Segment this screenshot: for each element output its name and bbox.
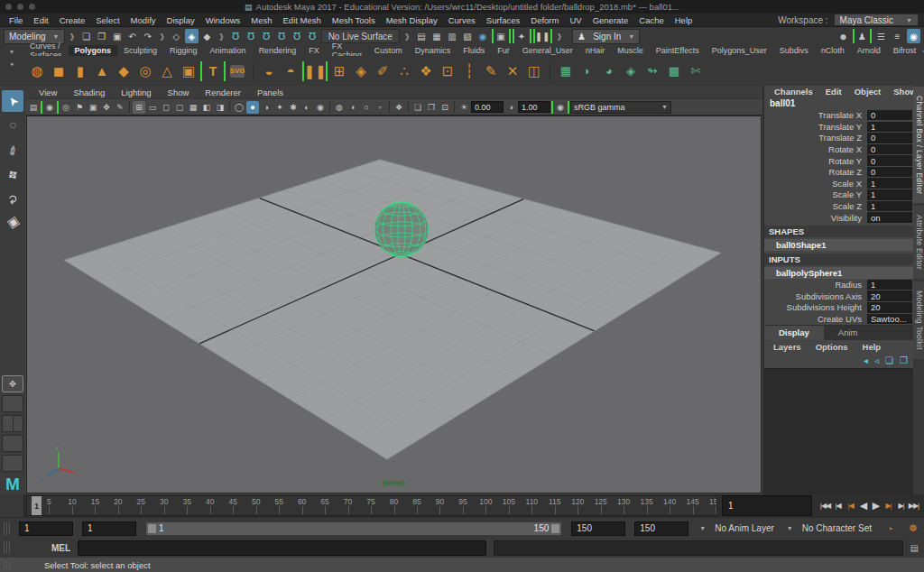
- poly-sphere-icon[interactable]: ◍: [27, 61, 47, 81]
- frame-tick-65[interactable]: 65: [303, 496, 326, 515]
- zoom-window-button[interactable]: [29, 4, 35, 10]
- frame-tick-150[interactable]: 150: [694, 496, 716, 515]
- menu-cache[interactable]: Cache: [633, 15, 669, 25]
- combine-icon[interactable]: ❚❚: [302, 61, 328, 81]
- timeline-track[interactable]: 5101520253035404550556065707580859095100…: [26, 495, 717, 516]
- plugin-shading-icon[interactable]: ❖: [393, 101, 405, 114]
- poly-pyramid-icon[interactable]: △: [157, 61, 177, 81]
- channel-label-rotate-x[interactable]: Rotate X: [764, 144, 867, 154]
- layer-menu-options[interactable]: Options: [808, 342, 855, 352]
- channel-label-subdivisions-axis[interactable]: Subdivisions Axis: [764, 291, 867, 301]
- channel-value-scale-z[interactable]: 1: [867, 201, 912, 212]
- shelf-tab-general-user[interactable]: General_User: [516, 45, 579, 56]
- scene-3d[interactable]: x y z: [27, 116, 761, 493]
- frame-tick-45[interactable]: 45: [211, 496, 234, 515]
- safe-title-icon[interactable]: ◨: [214, 101, 226, 114]
- single-pane-layout-button[interactable]: [2, 375, 23, 392]
- menu-windows[interactable]: Windows: [200, 15, 246, 25]
- frame-tick-35[interactable]: 35: [165, 496, 188, 515]
- poly-pipe-icon[interactable]: ▣: [179, 61, 199, 81]
- shelf-tab-rendering[interactable]: Rendering: [253, 45, 303, 56]
- animation-start-field[interactable]: 1: [19, 521, 73, 536]
- minimize-window-button[interactable]: [17, 4, 23, 10]
- frame-tick-20[interactable]: 20: [96, 496, 118, 515]
- channel-value-create-uvs[interactable]: Sawtoo...: [867, 314, 912, 325]
- frame-tick-130[interactable]: 130: [602, 496, 624, 515]
- channel-box-menu-channels[interactable]: Channels: [768, 87, 819, 97]
- channel-value-visibility[interactable]: on: [867, 212, 912, 223]
- svg-tool-icon[interactable]: SVG: [230, 65, 245, 78]
- channel-label-radius[interactable]: Radius: [764, 280, 867, 290]
- timeline-grip[interactable]: [0, 494, 24, 517]
- frame-tick-145[interactable]: 145: [670, 496, 693, 515]
- menu-surfaces[interactable]: Surfaces: [481, 15, 526, 25]
- textured-icon[interactable]: ◑: [260, 101, 273, 114]
- layer-list[interactable]: [764, 368, 915, 494]
- field-chart-icon[interactable]: ▦: [187, 101, 199, 114]
- scale-tool[interactable]: ▣: [2, 212, 23, 234]
- attribute-editor-toggle-icon[interactable]: ☰: [874, 29, 888, 43]
- ipr-render-icon[interactable]: ▥: [446, 29, 459, 43]
- channel-box-menu-edit[interactable]: Edit: [819, 87, 848, 97]
- command-line-grip[interactable]: [4, 541, 10, 554]
- channel-label-scale-y[interactable]: Scale Y: [764, 189, 867, 199]
- grid-toggle-icon[interactable]: ⊞: [133, 101, 145, 114]
- channel-box-menu-object[interactable]: Object: [848, 87, 888, 97]
- channel-value-translate-x[interactable]: 0: [867, 110, 912, 121]
- frame-tick-85[interactable]: 85: [395, 496, 418, 515]
- select-tool[interactable]: ➤: [2, 90, 23, 112]
- menu-generate[interactable]: Generate: [587, 15, 634, 25]
- undo-icon[interactable]: ↶: [125, 29, 139, 43]
- section-collapse-icon[interactable]: ❱: [67, 32, 79, 41]
- shelf-tab-nhair[interactable]: nHair: [579, 45, 612, 56]
- poly-cylinder-icon[interactable]: ▮: [70, 61, 90, 81]
- menu-uv[interactable]: UV: [564, 15, 587, 25]
- merge-icon[interactable]: ∴: [394, 61, 414, 81]
- pause-viewport-icon[interactable]: ❚❚: [533, 29, 552, 43]
- pan-zoom-icon[interactable]: ✥: [100, 101, 113, 114]
- sign-in-dropdown[interactable]: ♟Sign In▼: [572, 29, 640, 44]
- frame-tick-115[interactable]: 115: [532, 496, 555, 515]
- separate-layers-icon[interactable]: ❏: [411, 101, 424, 114]
- bookmark-icon[interactable]: ⚑: [73, 101, 86, 114]
- shelf-tab-painteffects[interactable]: PaintEffects: [650, 45, 706, 56]
- sculpt-tool-icon[interactable]: ◈: [351, 61, 371, 81]
- render-current-frame-icon[interactable]: ▦: [430, 29, 444, 43]
- isolate-select-icon[interactable]: ⊡: [439, 101, 451, 114]
- channel-value-rotate-y[interactable]: 0: [867, 155, 912, 166]
- frame-tick-70[interactable]: 70: [326, 496, 348, 515]
- poly-plane-icon[interactable]: ◆: [114, 61, 134, 81]
- backface-culling-icon[interactable]: ◖: [346, 101, 359, 114]
- save-scene-icon[interactable]: ▣: [110, 29, 124, 43]
- frame-tick-120[interactable]: 120: [556, 496, 578, 515]
- gamma-field[interactable]: 1.00: [518, 101, 550, 113]
- new-layer-from-selected-icon[interactable]: ❐: [900, 355, 908, 365]
- frame-tick-30[interactable]: 30: [142, 496, 164, 515]
- channel-label-rotate-z[interactable]: Rotate Z: [764, 167, 867, 177]
- channel-box-toggle-icon[interactable]: ◉: [907, 29, 920, 43]
- shelf-tab-animation[interactable]: Animation: [204, 45, 253, 56]
- frame-tick-125[interactable]: 125: [578, 496, 601, 515]
- panel-menu-view[interactable]: View: [31, 88, 65, 97]
- planar-projection-icon[interactable]: ▦: [556, 61, 576, 81]
- go-to-start-button[interactable]: |◀◀: [819, 497, 831, 514]
- render-settings-icon[interactable]: ▧: [461, 29, 475, 43]
- ao-icon[interactable]: ◐: [300, 101, 313, 114]
- script-editor-icon[interactable]: ▤: [910, 543, 920, 553]
- exposure-icon[interactable]: ☀: [457, 101, 470, 114]
- shelf-tab-polygons[interactable]: Polygons: [69, 45, 118, 56]
- append-polygon-icon[interactable]: ✎: [481, 61, 501, 81]
- playback-end-field[interactable]: 150: [571, 521, 625, 536]
- use-all-lights-icon[interactable]: ✦: [273, 101, 286, 114]
- panel-menu-lighting[interactable]: Lighting: [113, 88, 159, 97]
- viewport-canvas[interactable]: x y z persp: [26, 115, 762, 494]
- go-to-end-button[interactable]: ▶▶|: [908, 497, 919, 514]
- channel-value-subdivisions-height[interactable]: 20: [867, 302, 912, 313]
- contrast-icon[interactable]: ◑: [504, 101, 517, 114]
- section-collapse-icon[interactable]: ❱: [402, 32, 413, 41]
- snap-to-point-icon[interactable]: Ω: [260, 29, 273, 43]
- menu-display[interactable]: Display: [162, 15, 200, 25]
- rotate-tool[interactable]: ↻: [2, 188, 23, 209]
- layer-tab-display[interactable]: Display: [764, 326, 824, 340]
- extrude-icon[interactable]: ⊡: [438, 61, 457, 81]
